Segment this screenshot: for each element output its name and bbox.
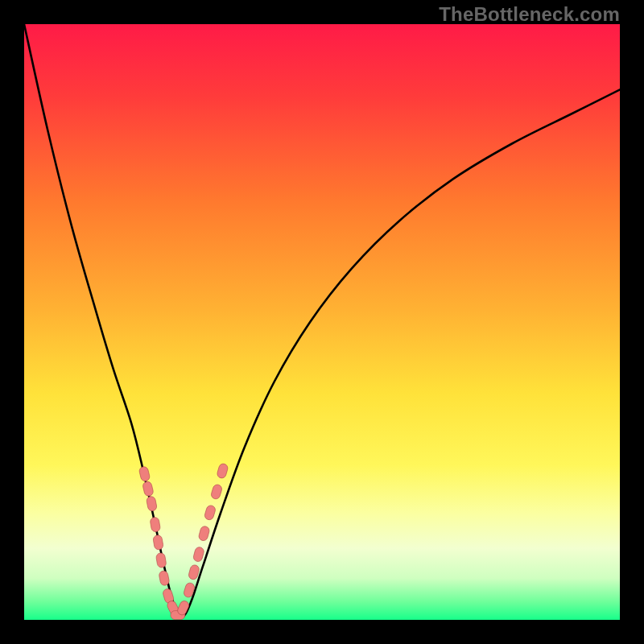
marker-group	[138, 463, 229, 620]
bottleneck-curve	[24, 24, 620, 617]
watermark-label: TheBottleneck.com	[439, 3, 620, 26]
marker	[210, 484, 223, 500]
marker	[153, 535, 164, 551]
chart-frame: TheBottleneck.com	[0, 0, 644, 644]
marker	[204, 505, 217, 521]
marker	[138, 466, 151, 482]
marker	[198, 526, 210, 542]
marker	[159, 570, 170, 586]
marker	[155, 552, 167, 568]
marker	[192, 546, 204, 562]
curve-layer	[24, 24, 620, 620]
marker	[150, 517, 161, 533]
marker	[217, 463, 229, 479]
marker	[142, 481, 154, 497]
marker	[146, 496, 157, 512]
